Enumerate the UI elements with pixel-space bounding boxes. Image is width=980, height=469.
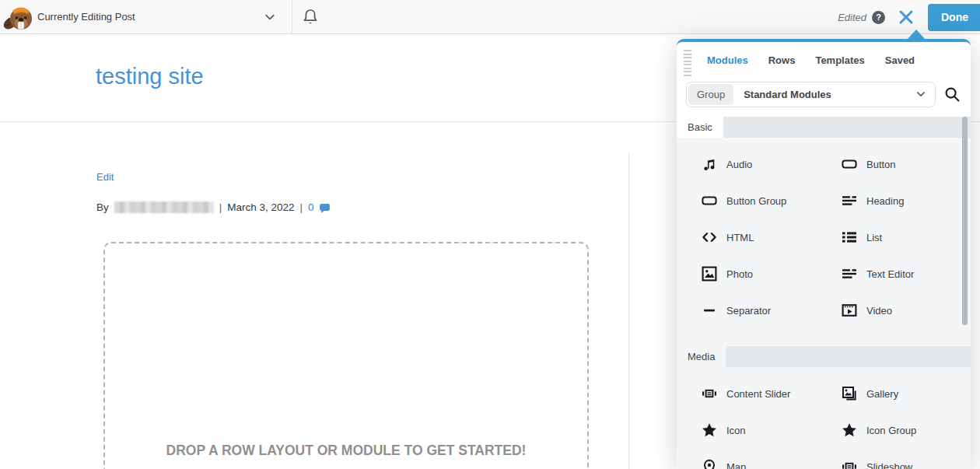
module-label: Text Editor	[866, 268, 914, 280]
module-icon[interactable]: Icon	[677, 420, 817, 440]
edit-link[interactable]: Edit	[96, 171, 114, 183]
text-editor-icon	[842, 266, 857, 282]
comment-bubble-icon[interactable]	[319, 202, 331, 214]
heading-lines-icon	[842, 193, 857, 208]
module-label: Slideshow	[866, 461, 912, 469]
close-icon[interactable]	[898, 9, 915, 26]
module-icon-group[interactable]: Icon Group	[817, 420, 971, 440]
separator-icon	[702, 303, 717, 318]
module-label: Photo	[726, 268, 753, 280]
author-name-redacted	[114, 201, 214, 213]
module-label: Button Group	[726, 195, 786, 207]
module-list[interactable]: List	[817, 227, 971, 247]
section-label: Basic	[677, 117, 723, 138]
video-icon	[842, 303, 857, 318]
group-select-value: Standard Modules	[744, 89, 915, 100]
post-date: March 3, 2022	[227, 201, 294, 213]
group-select[interactable]: Group Standard Modules	[686, 82, 936, 107]
button-group-icon	[702, 193, 717, 208]
gallery-icon	[842, 386, 857, 401]
module-content-slider[interactable]: Content Slider	[677, 383, 817, 404]
content-column-divider	[628, 152, 629, 469]
module-button-group[interactable]: Button Group	[677, 191, 817, 211]
module-label: Icon	[726, 425, 746, 436]
module-audio[interactable]: Audio	[677, 154, 817, 174]
section-header-media: Media	[677, 346, 971, 367]
module-label: Content Slider	[726, 388, 790, 400]
comment-count[interactable]: 0	[308, 201, 314, 213]
panel-scrollbar-thumb[interactable]	[962, 117, 968, 325]
done-button[interactable]: Done	[928, 4, 980, 31]
module-label: List	[866, 232, 882, 243]
module-video[interactable]: Video	[817, 300, 971, 320]
button-icon	[842, 156, 857, 172]
byline-separator: |	[300, 201, 303, 213]
module-button[interactable]: Button	[817, 154, 971, 174]
music-note-icon	[702, 156, 717, 172]
dropzone[interactable]: DROP A ROW LAYOUT OR MODULE TO GET START…	[103, 242, 589, 469]
tab-templates[interactable]: Templates	[805, 54, 874, 66]
module-slideshow[interactable]: Slideshow	[817, 457, 971, 469]
dropzone-message: DROP A ROW LAYOUT OR MODULE TO GET START…	[105, 443, 587, 459]
panel-tabs: ModulesRowsTemplatesSaved	[677, 42, 971, 78]
search-icon[interactable]	[944, 86, 961, 103]
module-separator[interactable]: Separator	[677, 300, 817, 320]
module-gallery[interactable]: Gallery	[817, 383, 971, 404]
module-sections: BasicAudioButtonButton GroupHeadingHTMLL…	[677, 117, 971, 469]
panel-caret	[908, 30, 925, 39]
topbar-divider	[292, 0, 292, 34]
help-icon[interactable]: ?	[872, 11, 885, 24]
section-items-basic: AudioButtonButton GroupHeadingHTMLListPh…	[677, 138, 971, 346]
content-panel: ModulesRowsTemplatesSaved Group Standard…	[677, 39, 971, 469]
group-select-label: Group	[688, 84, 733, 105]
top-bar: Currently Editing Post Edited ? Done	[0, 0, 980, 34]
chevron-down-icon	[915, 89, 926, 100]
module-label: Audio	[726, 159, 752, 170]
panel-search-row: Group Standard Modules	[677, 78, 971, 117]
list-icon	[842, 229, 857, 245]
section-items-media: Content SliderGalleryIconIcon GroupMapSl…	[677, 367, 971, 469]
section-label: Media	[677, 346, 726, 367]
tab-rows[interactable]: Rows	[758, 54, 806, 66]
module-label: Gallery	[866, 388, 898, 400]
byline-prefix: By	[96, 201, 109, 213]
map-pin-icon	[702, 459, 717, 469]
slideshow-icon	[842, 459, 857, 469]
module-label: Map	[726, 461, 746, 469]
code-icon	[702, 229, 717, 245]
drag-handle-icon[interactable]	[684, 50, 691, 76]
module-photo[interactable]: Photo	[677, 264, 817, 284]
star-group-icon	[842, 422, 857, 438]
module-label: Separator	[726, 305, 771, 317]
module-label: HTML	[726, 232, 754, 243]
beaver-builder-screen: Currently Editing Post Edited ? Done tes…	[0, 0, 980, 469]
section-header-basic: Basic	[677, 117, 971, 138]
photo-icon	[702, 266, 717, 282]
beaver-builder-logo	[3, 2, 34, 33]
edited-status-label: Edited	[838, 12, 866, 23]
post-byline: By | March 3, 2022 | 0	[96, 201, 331, 214]
module-label: Button	[866, 159, 896, 170]
module-label: Icon Group	[866, 425, 916, 436]
module-label: Heading	[866, 195, 904, 207]
content-slider-icon	[702, 386, 717, 401]
chevron-down-icon[interactable]	[263, 11, 277, 23]
tab-saved[interactable]: Saved	[875, 54, 925, 66]
tab-modules[interactable]: Modules	[697, 54, 758, 66]
module-text-editor[interactable]: Text Editor	[817, 264, 971, 284]
module-heading[interactable]: Heading	[817, 191, 971, 211]
panel-header: ModulesRowsTemplatesSaved Group Standard…	[677, 42, 971, 117]
currently-editing-label: Currently Editing Post	[37, 11, 135, 23]
module-html[interactable]: HTML	[677, 227, 817, 247]
star-icon	[702, 422, 717, 438]
bell-icon[interactable]	[302, 8, 319, 26]
module-label: Video	[866, 305, 892, 317]
module-map[interactable]: Map	[677, 457, 817, 469]
byline-separator: |	[219, 201, 222, 213]
page-title: testing site	[96, 64, 204, 89]
